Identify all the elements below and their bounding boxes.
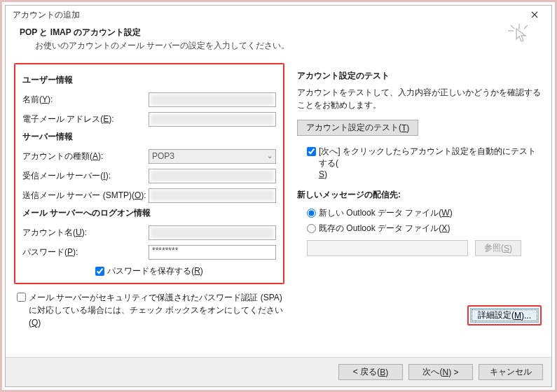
footer: < 戻る(B) 次へ(N) > キャンセル — [6, 357, 551, 386]
svg-line-2 — [511, 25, 514, 29]
data-file-path-input — [307, 240, 468, 256]
account-name-input[interactable] — [149, 225, 276, 240]
close-button[interactable] — [522, 7, 547, 22]
cursor-icon — [508, 24, 530, 46]
incoming-server-label: 受信メール サーバー(I): — [22, 170, 149, 182]
account-type-label: アカウントの種類(A): — [22, 150, 149, 162]
screenshot-frame: アカウントの追加 POP と IMAP のアカウント設定 お使いのアカウントのメ… — [0, 0, 557, 392]
email-input[interactable] — [149, 112, 276, 127]
header-subtitle: お使いのアカウントのメール サーバーの設定を入力してください。 — [35, 40, 508, 52]
new-data-file-label: 新しい Outlook データ ファイル(W) — [319, 207, 453, 219]
account-name-label: アカウント名(U): — [22, 227, 149, 239]
spa-label: メール サーバーがセキュリティで保護されたパスワード認証 (SPA) に対応して… — [29, 291, 284, 329]
existing-data-file-label: 既存の Outlook データ ファイル(X) — [319, 223, 450, 234]
account-type-value: POP3 — [152, 151, 174, 161]
outgoing-server-label: 送信メール サーバー (SMTP)(O): — [22, 190, 149, 202]
more-settings-button[interactable]: 詳細設定(M)... — [470, 308, 539, 323]
name-label: 名前(Y): — [22, 94, 149, 106]
browse-button: 参照(S) — [475, 240, 521, 256]
delivery-heading: 新しいメッセージの配信先: — [297, 189, 543, 201]
password-input[interactable]: ******** — [149, 245, 276, 260]
test-settings-button[interactable]: アカウント設定のテスト(T) — [297, 120, 418, 136]
close-icon — [531, 11, 538, 18]
test-settings-heading: アカウント設定のテスト — [297, 70, 543, 82]
remember-password-checkbox[interactable] — [95, 267, 104, 276]
user-info-heading: ユーザー情報 — [22, 74, 276, 86]
header: POP と IMAP のアカウント設定 お使いのアカウントのメール サーバーの設… — [6, 24, 551, 59]
dialog-window: アカウントの追加 POP と IMAP のアカウント設定 お使いのアカウントのメ… — [5, 5, 552, 387]
incoming-server-input[interactable] — [149, 169, 276, 183]
header-title: POP と IMAP のアカウント設定 — [20, 27, 508, 38]
spa-checkbox[interactable] — [17, 293, 26, 302]
test-settings-desc: アカウントをテストして、入力内容が正しいかどうかを確認することをお勧めします。 — [297, 86, 543, 111]
new-data-file-radio[interactable] — [307, 209, 316, 218]
auto-test-label: [次へ] をクリックしたらアカウント設定を自動的にテストする(S) — [319, 146, 543, 179]
outgoing-server-input[interactable] — [149, 188, 276, 203]
next-button[interactable]: 次へ(N) > — [408, 364, 473, 380]
window-title: アカウントの追加 — [13, 9, 80, 21]
chevron-down-icon: ⌄ — [267, 152, 273, 160]
svg-line-3 — [524, 25, 528, 29]
server-info-heading: サーバー情報 — [22, 131, 276, 143]
auto-test-checkbox[interactable] — [307, 147, 316, 156]
password-label: パスワード(P): — [22, 246, 149, 258]
more-settings-highlight: 詳細設定(M)... — [467, 305, 542, 326]
account-type-select[interactable]: POP3 ⌄ — [149, 149, 276, 164]
back-button[interactable]: < 戻る(B) — [338, 364, 403, 380]
existing-data-file-radio[interactable] — [307, 224, 316, 233]
titlebar: アカウントの追加 — [6, 6, 551, 24]
cancel-button[interactable]: キャンセル — [479, 364, 543, 380]
settings-highlight-box: ユーザー情報 名前(Y): 電子メール アドレス(E): サーバー情報 アカウン… — [14, 63, 284, 284]
email-label: 電子メール アドレス(E): — [22, 113, 149, 125]
logon-info-heading: メール サーバーへのログオン情報 — [22, 207, 276, 219]
remember-password-label: パスワードを保存する(R) — [107, 265, 203, 277]
name-input[interactable] — [149, 92, 276, 107]
